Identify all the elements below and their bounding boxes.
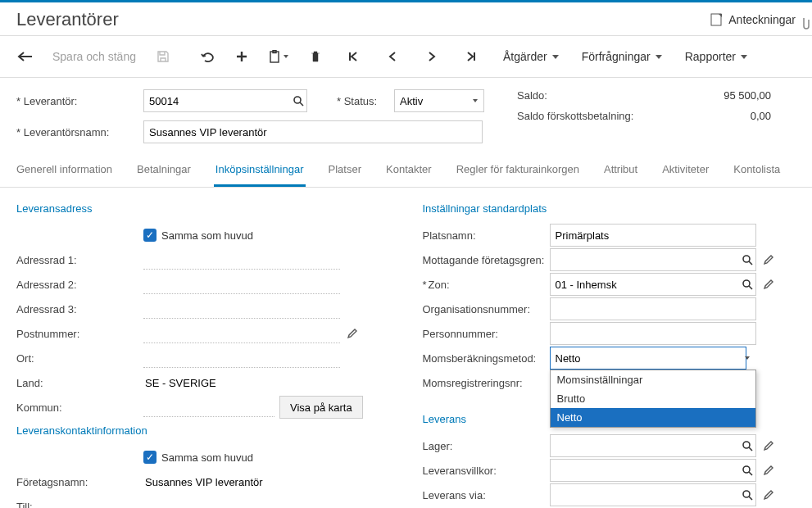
addr3-input[interactable] — [143, 299, 340, 319]
arrow-left-icon — [17, 51, 34, 62]
check-icon: ✓ — [143, 451, 157, 464]
status-select[interactable] — [394, 89, 484, 112]
check-icon: ✓ — [143, 229, 157, 242]
addr2-input[interactable] — [143, 274, 340, 294]
receiving-branch-lookup[interactable] — [550, 248, 756, 271]
ship-terms-lookup[interactable] — [550, 459, 756, 482]
ship-via-lookup[interactable] — [550, 483, 756, 506]
tab-betalningar[interactable]: Betalningar — [135, 155, 193, 187]
balance-label: Saldo: — [517, 89, 673, 102]
toolbar: Spara och stäng — [0, 36, 812, 78]
city-input[interactable] — [143, 348, 340, 368]
prev-button[interactable] — [377, 43, 408, 70]
chevron-down-icon — [655, 55, 662, 59]
edit-icon[interactable] — [763, 279, 774, 290]
tab-strip: Generell informationBetalningarInköpsins… — [0, 155, 812, 188]
zone-input[interactable] — [550, 273, 756, 296]
tab-aktiviteter[interactable]: Aktiviteter — [660, 155, 710, 187]
notes-button[interactable]: Anteckningar — [710, 13, 796, 26]
tab-kontakter[interactable]: Kontakter — [384, 155, 433, 187]
city-label: Ort: — [16, 352, 143, 365]
tab-platser[interactable]: Platser — [327, 155, 363, 187]
vendor-label: Leverantör: — [16, 95, 143, 107]
ship-via-input[interactable] — [550, 483, 756, 506]
shipping-contact-title: Leveranskontaktinformation — [16, 424, 390, 437]
vat-reg-label: Momsregistreringsnr: — [423, 377, 550, 389]
warehouse-input[interactable] — [550, 434, 756, 457]
edit-icon[interactable] — [763, 489, 774, 501]
back-button[interactable] — [10, 43, 41, 70]
vendor-input[interactable] — [143, 89, 307, 112]
addr1-input[interactable] — [143, 250, 340, 270]
to-input[interactable] — [143, 497, 340, 508]
country-label: Land: — [16, 377, 143, 389]
save-icon — [157, 50, 170, 63]
reports-menu[interactable]: Rapporter — [675, 43, 757, 70]
zone-lookup[interactable] — [550, 273, 756, 296]
vat-calc-dropdown[interactable]: MomsinställningarBruttoNetto — [550, 370, 756, 428]
edit-icon[interactable] — [347, 328, 358, 339]
to-label: Till: — [16, 501, 143, 509]
plus-icon — [236, 51, 247, 62]
ship-terms-label: Leveransvillkor: — [423, 465, 550, 477]
tab-regler-för-fakturainkorgen[interactable]: Regler för fakturainkorgen — [455, 155, 581, 187]
tab-attribut[interactable]: Attribut — [602, 155, 639, 187]
add-button[interactable] — [226, 43, 257, 70]
default-location-title: Inställningar standardplats — [423, 202, 796, 215]
vat-calc-label: Momsberäkningsmetod: — [423, 352, 550, 365]
undo-icon — [200, 51, 215, 62]
delete-button[interactable] — [300, 43, 331, 70]
municipality-input[interactable] — [143, 397, 274, 417]
queries-label: Förfrågningar — [582, 50, 651, 63]
ship-terms-input[interactable] — [550, 459, 756, 482]
status-value[interactable] — [394, 89, 484, 112]
save-and-close: Spara och stäng — [44, 43, 144, 70]
vat-option-momsinställningar[interactable]: Momsinställningar — [551, 370, 755, 389]
page-header: Leverantörer Anteckningar — [0, 2, 812, 36]
chevron-left-icon — [388, 51, 397, 62]
status-label: Status: — [337, 95, 394, 107]
edit-icon[interactable] — [763, 465, 774, 476]
tab-body: Leveransadress ✓ Samma som huvud Adressr… — [0, 188, 812, 508]
chevron-down-icon — [473, 99, 478, 102]
next-button[interactable] — [416, 43, 447, 70]
clipboard-button[interactable] — [261, 43, 297, 70]
receiving-branch-input[interactable] — [550, 248, 756, 271]
org-number-label: Organisationsnummer: — [423, 303, 550, 315]
attachment-icon[interactable] — [799, 16, 810, 31]
reports-label: Rapporter — [685, 50, 736, 63]
vendor-name-input[interactable] — [143, 120, 483, 143]
contact-same-as-main-checkbox[interactable]: ✓ Samma som huvud — [143, 451, 253, 464]
tab-generell-information[interactable]: Generell information — [15, 155, 114, 187]
tab-inköpsinställningar[interactable]: Inköpsinställningar — [214, 155, 306, 187]
company-label: Företagsnamn: — [16, 476, 143, 488]
person-number-input[interactable] — [550, 322, 756, 345]
edit-icon[interactable] — [763, 440, 774, 451]
balance-value: 95 500,00 — [673, 89, 771, 102]
vat-calc-select[interactable] — [550, 347, 756, 370]
location-name-input[interactable] — [550, 224, 756, 247]
tab-kontolista[interactable]: Kontolista — [732, 155, 782, 187]
queries-menu[interactable]: Förfrågningar — [572, 43, 672, 70]
show-on-map-button[interactable]: Visa på karta — [279, 396, 363, 419]
vat-option-netto[interactable]: Netto — [551, 408, 755, 427]
postal-input[interactable] — [143, 324, 340, 343]
first-button[interactable] — [338, 43, 369, 70]
prepay-balance-value: 0,00 — [673, 110, 771, 122]
last-button[interactable] — [456, 43, 487, 70]
prepay-balance-label: Saldo förskottsbetalning: — [517, 110, 673, 122]
vendor-lookup[interactable] — [143, 89, 307, 112]
actions-menu[interactable]: Åtgärder — [493, 43, 569, 70]
warehouse-lookup[interactable] — [550, 434, 756, 457]
same-as-main-checkbox[interactable]: ✓ Samma som huvud — [143, 229, 253, 242]
chevron-down-icon — [745, 356, 750, 360]
save-button[interactable] — [147, 43, 179, 70]
chevron-down-icon — [552, 55, 559, 59]
org-number-input[interactable] — [550, 297, 756, 320]
undo-button[interactable] — [192, 43, 223, 70]
edit-icon[interactable] — [763, 254, 774, 265]
page-title: Leverantörer — [16, 9, 119, 30]
vat-option-brutto[interactable]: Brutto — [551, 389, 755, 408]
addr2-label: Adressrad 2: — [16, 279, 143, 291]
vat-calc-value[interactable] — [550, 347, 746, 370]
